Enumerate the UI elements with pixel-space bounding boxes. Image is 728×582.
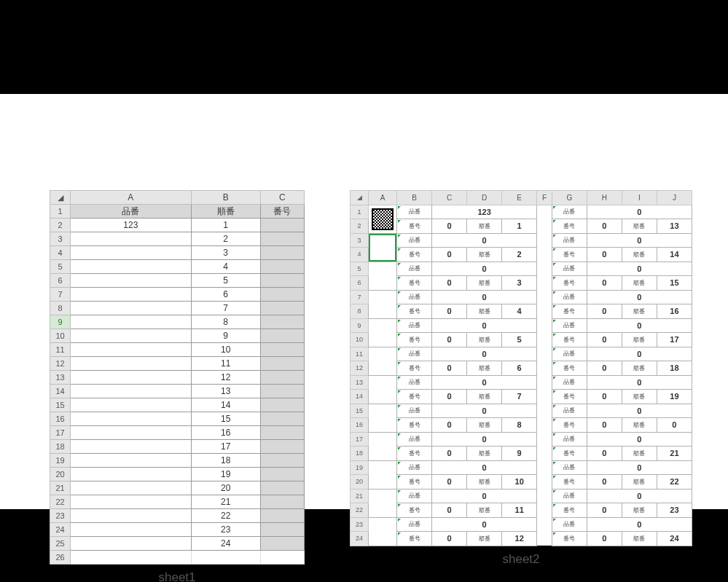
cell[interactable] — [260, 232, 304, 246]
gap[interactable] — [537, 404, 552, 432]
row-header[interactable]: 23 — [50, 509, 71, 523]
row-header[interactable]: 11 — [50, 343, 71, 357]
label-junban[interactable]: 順番 — [467, 418, 502, 433]
row-header[interactable]: 21 — [351, 489, 369, 503]
gap[interactable] — [537, 205, 552, 233]
cell[interactable] — [71, 371, 191, 385]
row-header[interactable]: 19 — [50, 454, 71, 468]
row-header[interactable]: 25 — [50, 537, 71, 551]
col-header-B[interactable]: B — [191, 191, 260, 205]
label-junban[interactable]: 順番 — [467, 361, 502, 376]
label-junban[interactable]: 順番 — [622, 532, 657, 546]
gap[interactable] — [537, 375, 552, 404]
value-bango[interactable]: 0 — [432, 276, 467, 291]
cell-A[interactable] — [369, 261, 397, 290]
row-header[interactable]: 24 — [50, 523, 71, 537]
row-header[interactable]: 14 — [351, 390, 369, 404]
value-bango[interactable]: 0 — [432, 418, 467, 433]
cell[interactable]: 3 — [191, 246, 260, 260]
row-header[interactable]: 5 — [351, 261, 369, 276]
row-header[interactable]: 3 — [50, 232, 71, 246]
label-bango[interactable]: 番号 — [552, 418, 587, 433]
label-junban[interactable]: 順番 — [467, 276, 502, 291]
value-pin[interactable]: 0 — [587, 205, 692, 219]
label-bango[interactable]: 番号 — [397, 475, 432, 489]
cell[interactable] — [260, 260, 304, 274]
cell[interactable] — [71, 357, 191, 371]
label-bango[interactable]: 番号 — [552, 361, 587, 376]
row-header[interactable]: 22 — [351, 503, 369, 518]
value-pin[interactable]: 0 — [587, 404, 692, 418]
label-hinban[interactable]: 品番 — [552, 460, 587, 475]
value-bango[interactable]: 0 — [587, 276, 622, 291]
value-pin[interactable]: 0 — [587, 489, 692, 503]
row-header[interactable]: 6 — [351, 276, 369, 291]
row-header[interactable]: 18 — [351, 447, 369, 461]
label-hinban[interactable]: 品番 — [397, 375, 432, 390]
label-bango[interactable]: 番号 — [552, 475, 587, 489]
label-junban[interactable]: 順番 — [622, 390, 657, 404]
cell[interactable] — [260, 288, 304, 302]
sheet1-table[interactable]: ◢ A B C 1品番順番番号2123132435465768798109111… — [50, 190, 305, 565]
value-bango[interactable]: 0 — [432, 503, 467, 518]
cell[interactable] — [71, 260, 191, 274]
row-header[interactable]: 8 — [351, 304, 369, 319]
value-pin[interactable]: 0 — [432, 318, 537, 333]
row-header[interactable]: 2 — [351, 219, 369, 234]
row-header[interactable]: 5 — [50, 260, 71, 274]
cell[interactable] — [71, 509, 191, 523]
value-pin[interactable]: 0 — [587, 261, 692, 276]
cell-A[interactable] — [369, 460, 397, 489]
label-bango[interactable]: 番号 — [552, 276, 587, 291]
cell[interactable]: 6 — [191, 288, 260, 302]
value-junban[interactable]: 5 — [502, 333, 537, 347]
row-header[interactable]: 10 — [351, 333, 369, 347]
value-bango[interactable]: 0 — [587, 503, 622, 518]
value-junban[interactable]: 1 — [502, 219, 537, 234]
label-bango[interactable]: 番号 — [397, 418, 432, 433]
row-header[interactable]: 19 — [351, 460, 369, 475]
label-bango[interactable]: 番号 — [552, 503, 587, 518]
label-hinban[interactable]: 品番 — [397, 205, 432, 219]
label-junban[interactable]: 順番 — [467, 248, 502, 262]
cell-A[interactable] — [369, 347, 397, 375]
label-junban[interactable]: 順番 — [467, 447, 502, 461]
col-header-J2[interactable]: J — [657, 191, 692, 205]
row-header[interactable]: 8 — [50, 302, 71, 315]
value-junban[interactable]: 16 — [657, 304, 692, 319]
label-junban[interactable]: 順番 — [467, 333, 502, 347]
label-hinban[interactable]: 品番 — [552, 290, 587, 304]
cell[interactable] — [260, 398, 304, 412]
label-bango[interactable]: 番号 — [397, 532, 432, 546]
value-junban[interactable]: 4 — [502, 304, 537, 319]
value-junban[interactable]: 17 — [657, 333, 692, 347]
label-bango[interactable]: 番号 — [552, 447, 587, 461]
label-bango[interactable]: 番号 — [397, 219, 432, 234]
row-header[interactable]: 1 — [351, 205, 369, 219]
row-header[interactable]: 9 — [351, 318, 369, 333]
label-hinban[interactable]: 品番 — [397, 489, 432, 503]
row-header[interactable]: 20 — [351, 475, 369, 489]
label-bango[interactable]: 番号 — [397, 447, 432, 461]
row-header[interactable]: 2 — [50, 219, 71, 232]
value-pin[interactable]: 0 — [432, 290, 537, 304]
value-pin[interactable]: 123 — [432, 205, 537, 219]
value-junban[interactable]: 9 — [502, 447, 537, 461]
value-bango[interactable]: 0 — [587, 361, 622, 376]
cell[interactable] — [71, 232, 191, 246]
value-junban[interactable]: 8 — [502, 418, 537, 433]
row-header[interactable]: 10 — [50, 329, 71, 343]
cell[interactable] — [260, 468, 304, 481]
row-header[interactable]: 16 — [351, 418, 369, 433]
label-hinban[interactable]: 品番 — [552, 404, 587, 418]
label-bango[interactable]: 番号 — [397, 276, 432, 291]
label-junban[interactable]: 順番 — [467, 475, 502, 489]
cell[interactable]: 22 — [191, 509, 260, 523]
label-junban[interactable]: 順番 — [622, 447, 657, 461]
row-header[interactable]: 20 — [50, 468, 71, 481]
cell[interactable] — [260, 426, 304, 440]
value-bango[interactable]: 0 — [432, 333, 467, 347]
row-header[interactable]: 15 — [50, 398, 71, 412]
value-bango[interactable]: 0 — [587, 333, 622, 347]
cell[interactable] — [71, 481, 191, 495]
